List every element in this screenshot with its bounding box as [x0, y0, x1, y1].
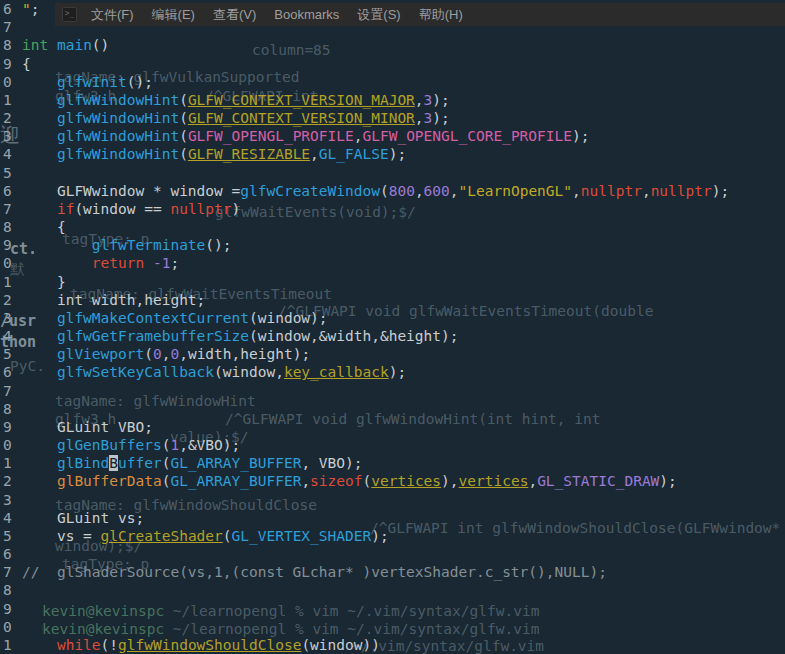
code-line[interactable]: 8 — [0, 581, 785, 599]
line-number: 1 — [3, 273, 17, 291]
code-text: GLFWwindow * window =glfwCreateWindow(80… — [22, 183, 729, 199]
code-line[interactable]: 2 int width,height; — [0, 291, 785, 309]
code-token: 0 — [170, 346, 179, 362]
code-text: "; — [22, 1, 39, 17]
code-line[interactable]: 6 glfwSetKeyCallback(window,key_callback… — [0, 363, 785, 381]
menu-item-help[interactable]: 帮助(H) — [410, 6, 472, 24]
code-token: int width,height; — [22, 292, 205, 308]
code-text: glViewport(0,0,width,height); — [22, 346, 310, 362]
code-token — [22, 473, 57, 489]
code-line[interactable]: 0 return -1; — [0, 254, 785, 272]
code-token: " — [22, 1, 31, 17]
code-text: glfwInit(); — [22, 74, 153, 90]
line-number: 9 — [3, 418, 17, 436]
code-line[interactable]: 0 — [0, 618, 785, 636]
code-token: if — [57, 201, 74, 217]
code-token: () — [92, 37, 109, 53]
code-token — [22, 110, 57, 126]
code-line[interactable]: 4 glfwWindowHint(GLFW_RESIZABLE,GL_FALSE… — [0, 145, 785, 163]
line-number: 0 — [3, 73, 17, 91]
code-token — [22, 364, 57, 380]
code-text: glfwMakeContextCurrent(window); — [22, 310, 328, 326]
line-number: 3 — [3, 491, 17, 509]
code-text: glfwSetKeyCallback(window,key_callback); — [22, 364, 406, 380]
code-token: nullptr — [581, 183, 642, 199]
code-line[interactable]: 5 — [0, 164, 785, 182]
menu-item-settings[interactable]: 设置(S) — [348, 6, 409, 24]
code-token: ( — [380, 183, 389, 199]
menu-item-view[interactable]: 查看(V) — [204, 6, 265, 24]
code-token: ), — [441, 473, 458, 489]
menu-item-edit[interactable]: 编辑(E) — [143, 6, 204, 24]
code-line[interactable]: 1 glfwWindowHint(GLFW_CONTEXT_VERSION_MA… — [0, 91, 785, 109]
code-line[interactable]: 9{ — [0, 55, 785, 73]
code-line[interactable]: 5 glViewport(0,0,width,height); — [0, 345, 785, 363]
code-token: GLFW_CONTEXT_VERSION_MINOR — [188, 110, 415, 126]
menu-item-file[interactable]: 文件(F) — [82, 6, 143, 24]
code-text: if(window == nullptr) — [22, 201, 240, 217]
code-token: vs = — [22, 528, 101, 544]
code-token: glfwWindowShouldClose — [118, 637, 301, 653]
code-line[interactable]: 3 — [0, 491, 785, 509]
code-line[interactable]: 0 glfwInit(); — [0, 73, 785, 91]
code-line[interactable]: 1 } — [0, 273, 785, 291]
code-line[interactable]: 2 glBufferData(GL_ARRAY_BUFFER,sizeof(ve… — [0, 472, 785, 490]
code-token: ( — [223, 528, 232, 544]
code-token — [22, 74, 57, 90]
line-number: 2 — [3, 109, 17, 127]
line-number: 8 — [3, 400, 17, 418]
code-token: ); — [389, 364, 406, 380]
code-token: ); — [389, 146, 406, 162]
code-token: glfwWindowHint — [57, 146, 179, 162]
code-line[interactable]: 6 — [0, 545, 785, 563]
code-token: ( — [179, 92, 188, 108]
code-token: // glShaderSource(vs,1,(const GLchar* )v… — [22, 564, 607, 580]
code-line[interactable]: 6 GLFWwindow * window =glfwCreateWindow(… — [0, 182, 785, 200]
code-line[interactable]: 8 { — [0, 218, 785, 236]
code-token: glfwInit — [57, 74, 127, 90]
code-line[interactable]: 7 if(window == nullptr) — [0, 200, 785, 218]
code-token: , — [642, 183, 651, 199]
code-token: ( — [363, 473, 372, 489]
code-line[interactable]: 8 — [0, 400, 785, 418]
code-line[interactable]: 4 GLuint vs; — [0, 509, 785, 527]
code-token: , — [572, 183, 581, 199]
code-text: { — [22, 56, 31, 72]
code-line[interactable]: 2 glfwWindowHint(GLFW_CONTEXT_VERSION_MI… — [0, 109, 785, 127]
code-token — [22, 455, 57, 471]
code-token: GLuint vs; — [22, 510, 144, 526]
code-line[interactable]: 9 glfwTerminate(); — [0, 236, 785, 254]
code-text: glBindBuffer(GL_ARRAY_BUFFER, VBO); — [22, 455, 363, 471]
code-line[interactable]: 7 — [0, 382, 785, 400]
code-line[interactable]: 4 glfwGetFramebufferSize(window,&width,&… — [0, 327, 785, 345]
code-token: , — [415, 92, 424, 108]
code-token: , — [528, 473, 537, 489]
code-line[interactable]: 5 vs = glCreateShader(GL_VERTEX_SHADER); — [0, 527, 785, 545]
code-token: key_callback — [284, 364, 389, 380]
code-line[interactable]: 1 while(!glfwWindowShouldClose(window)) — [0, 636, 785, 654]
code-text: vs = glCreateShader(GL_VERTEX_SHADER); — [22, 528, 389, 544]
line-number: 7 — [3, 382, 17, 400]
code-token — [22, 255, 92, 271]
code-line[interactable]: 0 glGenBuffers(1,&VBO); — [0, 436, 785, 454]
code-token: (window)) — [301, 637, 380, 653]
code-line[interactable]: 3 glfwMakeContextCurrent(window); — [0, 309, 785, 327]
code-token: 0 — [153, 346, 162, 362]
code-text: glfwTerminate(); — [22, 237, 232, 253]
code-token: nullptr — [170, 201, 231, 217]
code-token: sizeof — [310, 473, 362, 489]
code-line[interactable]: 7// glShaderSource(vs,1,(const GLchar* )… — [0, 563, 785, 581]
line-number: 6 — [3, 545, 17, 563]
line-number: 6 — [3, 182, 17, 200]
code-area[interactable]: 6";78int main()9{0 glfwInit();1 glfwWind… — [0, 0, 785, 654]
code-text: glBufferData(GL_ARRAY_BUFFER,sizeof(vert… — [22, 473, 677, 489]
code-line[interactable]: 3 glfwWindowHint(GLFW_OPENGL_PROFILE,GLF… — [0, 127, 785, 145]
code-text: { — [22, 219, 66, 235]
menu-item-bookmarks[interactable]: Bookmarks — [265, 7, 348, 22]
code-token: glfwSetKeyCallback — [57, 364, 214, 380]
code-token: "LearnOpenGL" — [459, 183, 573, 199]
code-line[interactable]: 1 glBindBuffer(GL_ARRAY_BUFFER, VBO); — [0, 454, 785, 472]
code-line[interactable]: 9 GLuint VBO; — [0, 418, 785, 436]
code-line[interactable]: 9 — [0, 600, 785, 618]
code-line[interactable]: 8int main() — [0, 36, 785, 54]
